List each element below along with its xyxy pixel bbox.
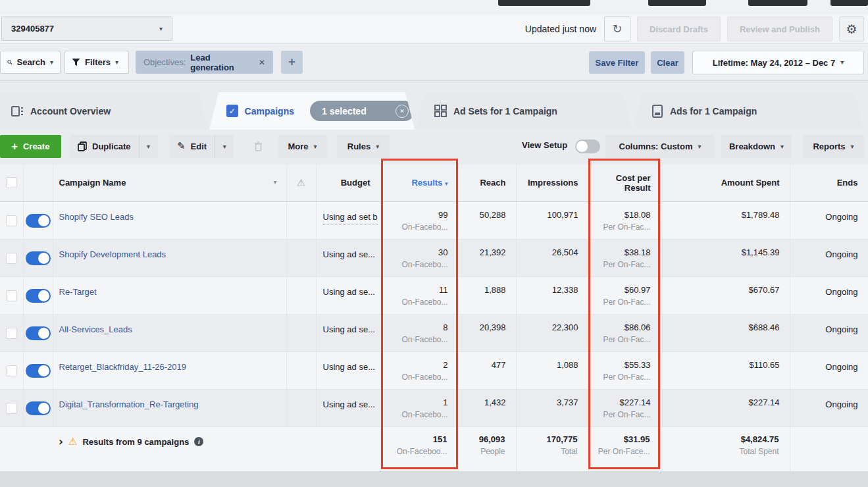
- campaign-active-toggle[interactable]: [26, 364, 51, 378]
- row-checkbox[interactable]: [6, 290, 17, 301]
- budget-value[interactable]: Using ad se...: [323, 324, 376, 334]
- chevron-down-icon: ▾: [115, 59, 118, 66]
- tab-account-overview[interactable]: Account Overview: [0, 92, 208, 130]
- tab-ad-sets[interactable]: Ad Sets for 1 Campaign: [416, 92, 632, 130]
- select-all-cell: [0, 165, 23, 201]
- discard-drafts-button[interactable]: Discard Drafts: [637, 16, 721, 41]
- campaign-active-toggle[interactable]: [26, 214, 51, 228]
- amount-spent-cell: $227.14: [661, 389, 790, 426]
- budget-value[interactable]: Using ad se...: [323, 249, 376, 259]
- column-header-results[interactable]: Results ▾: [380, 165, 458, 201]
- results-value: 1: [381, 390, 458, 407]
- search-dropdown[interactable]: Search ▾: [0, 51, 61, 74]
- create-button[interactable]: + Create: [0, 135, 61, 158]
- column-header-campaign-name[interactable]: Campaign Name ▾: [53, 165, 286, 201]
- table-row: Re-Target Using ad se... 11 On-Facebo...…: [0, 276, 868, 314]
- settings-button[interactable]: ⚙: [839, 16, 864, 41]
- column-header-cost-per-result[interactable]: Cost per Result: [588, 165, 661, 201]
- row-checkbox[interactable]: [6, 253, 17, 264]
- duplicate-button[interactable]: Duplicate: [70, 135, 139, 158]
- reach-cell: 477: [458, 351, 516, 389]
- more-button[interactable]: More ▾: [278, 135, 327, 158]
- objectives-filter-chip[interactable]: Objectives: Lead generation ✕: [136, 51, 273, 74]
- row-checkbox[interactable]: [6, 215, 17, 226]
- filters-label: Filters: [85, 57, 111, 67]
- columns-button[interactable]: Columns: Custom ▾: [605, 135, 715, 158]
- toggle-knob: [38, 403, 49, 414]
- rules-button[interactable]: Rules ▾: [337, 135, 390, 158]
- campaign-active-toggle[interactable]: [26, 251, 51, 265]
- tab-ads[interactable]: Ads for 1 Campaign: [633, 92, 863, 130]
- cost-subtext: Per On-Fac...: [589, 295, 661, 307]
- cost-subtext: Per On-Fac...: [589, 407, 661, 419]
- toggle-knob: [38, 290, 49, 301]
- campaign-name-link[interactable]: Re-Target: [59, 287, 97, 297]
- ads-manager-screen: 329405877 ▾ Updated just now ↻ Discard D…: [0, 0, 868, 487]
- edit-button[interactable]: ✎ Edit: [169, 135, 215, 158]
- tab-campaigns[interactable]: ✓ Campaigns 1 selected ✕: [209, 92, 415, 130]
- ends-cell: Ongoing: [790, 351, 868, 389]
- delete-button[interactable]: [248, 135, 268, 158]
- deselect-icon[interactable]: ✕: [396, 105, 409, 118]
- ads-page-icon: [651, 105, 663, 118]
- cost-value: $227.14: [589, 390, 661, 407]
- add-filter-button[interactable]: +: [281, 51, 303, 74]
- campaign-name-link[interactable]: All-Services_Leads: [59, 324, 132, 334]
- selected-count-badge[interactable]: 1 selected ✕: [310, 101, 415, 121]
- budget-value[interactable]: Using ad se...: [323, 287, 376, 297]
- row-checkbox[interactable]: [6, 365, 17, 376]
- cost-value: $38.18: [589, 240, 661, 257]
- impressions-value: 100,971: [517, 202, 588, 220]
- breakdown-button[interactable]: Breakdown ▾: [721, 135, 792, 158]
- summary-impressions: 170,775: [517, 428, 588, 444]
- clear-filter-button[interactable]: Clear: [651, 51, 684, 74]
- save-filter-button[interactable]: Save Filter: [589, 51, 645, 74]
- select-all-checkbox[interactable]: [6, 177, 17, 188]
- remove-filter-icon[interactable]: ✕: [259, 58, 265, 67]
- expand-chevron-icon[interactable]: ›: [59, 436, 63, 448]
- cost-per-result-cell: $227.14 Per On-Fac...: [588, 389, 661, 426]
- account-selector[interactable]: 329405877 ▾: [1, 16, 172, 41]
- campaign-active-toggle[interactable]: [26, 289, 51, 303]
- chevron-down-icon: ▾: [840, 59, 844, 66]
- trash-icon: [254, 141, 263, 151]
- table-row: All-Services_Leads Using ad se... 8 On-F…: [0, 314, 868, 351]
- table-row: Retarget_Blackfriday_11-26-2019 Using ad…: [0, 351, 868, 389]
- reports-button[interactable]: Reports ▾: [803, 135, 864, 158]
- cost-per-result-cell: $18.08 Per On-Fac...: [588, 201, 661, 239]
- campaign-active-toggle[interactable]: [26, 326, 51, 340]
- duplicate-menu-button[interactable]: ▾: [139, 135, 158, 158]
- edit-menu-button[interactable]: ▾: [215, 135, 234, 158]
- edit-split-button: ✎ Edit ▾: [169, 135, 240, 158]
- column-header-ends[interactable]: Ends: [790, 165, 868, 201]
- column-header-amount-spent[interactable]: Amount Spent: [661, 165, 790, 201]
- campaign-name-link[interactable]: Shopify SEO Leads: [59, 212, 134, 222]
- campaign-name-link[interactable]: Retarget_Blackfriday_11-26-2019: [59, 362, 186, 372]
- cost-per-result-cell: $60.97 Per On-Fac...: [588, 276, 661, 314]
- cost-value: $55.33: [589, 352, 661, 370]
- info-icon[interactable]: i: [194, 437, 203, 446]
- budget-value[interactable]: Using ad set b: [323, 212, 378, 224]
- campaign-active-toggle[interactable]: [26, 401, 51, 415]
- toggle-knob: [38, 328, 49, 339]
- campaign-name-link[interactable]: Digital_Transformation_Re-Targeting: [59, 399, 199, 409]
- review-publish-button[interactable]: Review and Publish: [727, 16, 832, 41]
- table-row: Shopify SEO Leads Using ad set b 99 On-F…: [0, 201, 868, 239]
- row-checkbox[interactable]: [6, 328, 17, 339]
- column-header-reach[interactable]: Reach: [458, 165, 516, 201]
- budget-value[interactable]: Using ad se...: [323, 362, 376, 372]
- reports-label: Reports: [813, 141, 845, 151]
- column-header-impressions[interactable]: Impressions: [516, 165, 588, 201]
- refresh-button[interactable]: ↻: [604, 16, 630, 41]
- toggle-column-header: [23, 165, 53, 201]
- filters-dropdown[interactable]: Filters ▾: [64, 51, 129, 74]
- view-setup-toggle[interactable]: [575, 140, 600, 153]
- row-checkbox[interactable]: [6, 403, 17, 414]
- column-header-delivery[interactable]: ⚠: [286, 165, 316, 201]
- budget-value[interactable]: Using ad se...: [323, 399, 376, 409]
- campaign-name-link[interactable]: Shopify Development Leads: [59, 249, 166, 259]
- gear-icon: ⚙: [846, 23, 857, 36]
- column-header-budget[interactable]: Budget: [316, 165, 380, 201]
- date-range-selector[interactable]: Lifetime: May 24, 2012 – Dec 7 ▾: [692, 51, 864, 74]
- create-label: Create: [23, 141, 49, 151]
